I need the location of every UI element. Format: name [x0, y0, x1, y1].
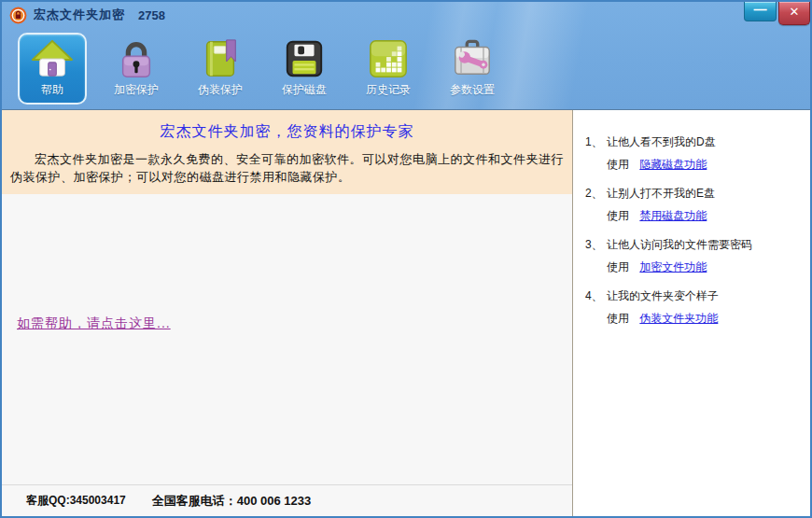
content-area: 宏杰文件夹加密，您资料的保护专家 宏杰文件夹加密是一款永久免费的、安全可靠的加密… [2, 109, 810, 516]
tip-title: 让别人打不开我的E盘 [607, 186, 715, 202]
left-column: 宏杰文件夹加密，您资料的保护专家 宏杰文件夹加密是一款永久免费的、安全可靠的加密… [2, 110, 572, 516]
tip-item-disguise-folder: 4、 让我的文件夹变个样子 使用 伪装文件夹功能 [585, 288, 805, 326]
tip-use-label: 使用 [607, 260, 629, 273]
close-button[interactable]: ✕ [778, 2, 810, 25]
book-icon [199, 37, 242, 80]
toolbar-label-encrypt-protect: 加密保护 [114, 82, 159, 98]
tip-item-encrypt-file: 3、 让他人访问我的文件需要密码 使用 加密文件功能 [585, 237, 805, 274]
disguise-folder-link[interactable]: 伪装文件夹功能 [639, 312, 718, 325]
app-window: 宏杰文件夹加密 2758 — ✕ 帮助 [0, 0, 812, 518]
banner-description: 宏杰文件夹加密是一款永久免费的、安全可靠的加密软件。可以对您电脑上的文件和文件夹… [2, 150, 572, 186]
tip-title: 让我的文件夹变个样子 [607, 288, 719, 304]
toolbar-button-help[interactable]: 帮助 [18, 33, 87, 105]
tip-number: 1、 [585, 134, 607, 150]
status-bar: 客服QQ:345003417 全国客服电话：400 006 1233 [2, 484, 572, 516]
toolbar-label-disguise-protect: 伪装保护 [198, 82, 243, 98]
tip-number: 3、 [585, 237, 607, 253]
lock-icon [115, 37, 158, 80]
toolbar-label-history: 历史记录 [366, 82, 411, 98]
toolbox-wrench-icon [451, 37, 494, 80]
tip-item-hide-disk: 1、 让他人看不到我的D盘 使用 隐藏磁盘功能 [585, 134, 805, 172]
toolbar-label-help: 帮助 [41, 82, 63, 98]
tip-use-label: 使用 [607, 209, 629, 222]
hide-disk-link[interactable]: 隐藏磁盘功能 [639, 158, 707, 171]
tip-title: 让他人看不到我的D盘 [607, 134, 716, 150]
toolbar: 帮助 加密保护 伪装保护 [2, 28, 810, 105]
window-version: 2758 [138, 8, 165, 22]
toolbar-label-settings: 参数设置 [450, 82, 495, 98]
app-logo-lock-icon [9, 7, 27, 24]
service-qq-text: 客服QQ:345003417 [26, 493, 126, 509]
window-controls: — ✕ [744, 2, 810, 25]
history-chart-icon [367, 37, 410, 80]
tip-use-label: 使用 [607, 312, 629, 325]
tip-item-disable-disk: 2、 让别人打不开我的E盘 使用 禁用磁盘功能 [585, 186, 805, 223]
toolbar-label-protect-disk: 保护磁盘 [282, 82, 327, 98]
encrypt-file-link[interactable]: 加密文件功能 [639, 260, 707, 273]
toolbar-button-history[interactable]: 历史记录 [354, 33, 423, 105]
tip-number: 4、 [585, 288, 607, 304]
titlebar: 宏杰文件夹加密 2758 [2, 2, 810, 28]
minimize-button[interactable]: — [744, 2, 777, 21]
tip-use-label: 使用 [607, 158, 629, 171]
toolbar-button-protect-disk[interactable]: 保护磁盘 [270, 33, 339, 105]
intro-banner: 宏杰文件夹加密，您资料的保护专家 宏杰文件夹加密是一款永久免费的、安全可靠的加密… [2, 110, 572, 194]
help-link[interactable]: 如需帮助，请点击这里... [17, 315, 171, 332]
main-area: 如需帮助，请点击这里... [2, 194, 572, 484]
toolbar-button-settings[interactable]: 参数设置 [438, 33, 507, 105]
disable-disk-link[interactable]: 禁用磁盘功能 [639, 209, 707, 222]
banner-title: 宏杰文件夹加密，您资料的保护专家 [2, 122, 572, 142]
toolbar-button-encrypt-protect[interactable]: 加密保护 [102, 33, 171, 105]
window-title: 宏杰文件夹加密 [34, 7, 125, 23]
home-icon [31, 37, 74, 80]
tip-title: 让他人访问我的文件需要密码 [607, 237, 752, 253]
top-zone: 宏杰文件夹加密 2758 — ✕ 帮助 [2, 2, 810, 109]
toolbar-button-disguise-protect[interactable]: 伪装保护 [186, 33, 255, 105]
tips-sidebar: 1、 让他人看不到我的D盘 使用 隐藏磁盘功能 2、 让别人打不开我的E盘 使用… [572, 110, 810, 516]
floppy-disk-icon [283, 37, 326, 80]
tip-number: 2、 [585, 186, 607, 202]
service-phone-text: 全国客服电话：400 006 1233 [152, 493, 312, 510]
